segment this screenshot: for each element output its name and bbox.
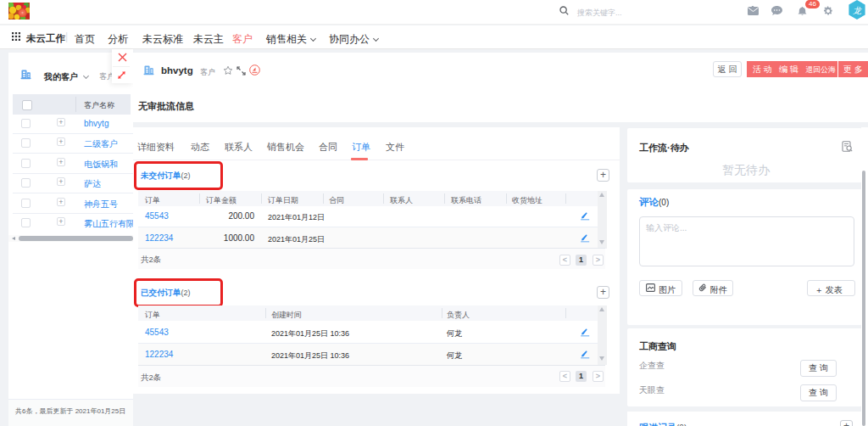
svg-text:龙: 龙 xyxy=(853,6,862,15)
